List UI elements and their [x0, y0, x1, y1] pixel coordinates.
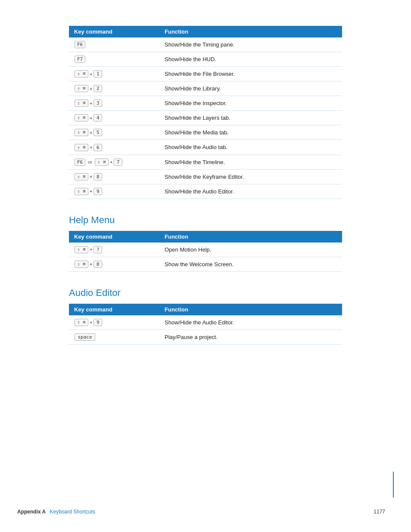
table-row: ⇧ ⌘ + 8 Show/Hide the Keyframe Editor. — [69, 169, 342, 184]
key-command-cell: ⇧ ⌘ + 0 — [69, 257, 159, 271]
function-cell: Show/Hide the Timing pane. — [159, 37, 342, 52]
function-cell: Show/Hide the Audio Editor. — [159, 315, 342, 330]
table-row: ⇧ ⌘ + 5 Show/Hide the Media tab. — [69, 125, 342, 140]
function-cell: Show/Hide the Audio Editor. — [159, 184, 342, 199]
plus-sign: + — [90, 189, 92, 194]
function-cell: Play/Pause a project. — [159, 330, 342, 344]
key-command-cell: ⇧ ⌘ + 3 — [69, 96, 159, 111]
function-cell: Show/Hide the Media tab. — [159, 125, 342, 140]
key-badge: F6 — [75, 159, 85, 166]
page-content: Key command Function F6 Show/Hide the Ti… — [0, 0, 411, 383]
function-cell: Open Motion Help. — [159, 243, 342, 257]
key-badge: ? — [93, 246, 102, 253]
key-badge: ⇧ ⌘ — [75, 85, 88, 92]
key-combo: ⇧ ⌘ + 4 — [74, 114, 103, 121]
key-combo: ⇧ ⌘ + 6 — [74, 144, 103, 151]
key-command-cell: ⇧ ⌘ + ? — [69, 243, 159, 257]
key-command-cell: F7 — [69, 52, 159, 67]
window-menu-table: Key command Function F6 Show/Hide the Ti… — [69, 26, 342, 199]
key-command-cell: ⇧ ⌘ + 2 — [69, 81, 159, 96]
footer-rule — [393, 472, 394, 498]
col-header-key: Key command — [69, 304, 159, 315]
key-badge: ⇧ ⌘ — [75, 246, 88, 253]
table-row: ⇧ ⌘ + 1 Show/Hide the File Browser. — [69, 67, 342, 81]
plus-sign: + — [90, 115, 92, 121]
plus-sign: + — [90, 72, 92, 77]
or-text: or — [88, 159, 92, 165]
footer-left: Appendix A Keyboard Shortcuts — [17, 509, 95, 515]
key-command-cell: F6 — [69, 37, 159, 52]
key-command-cell: ⇧ ⌘ + 8 — [69, 169, 159, 184]
key-badge: 1 — [93, 70, 102, 78]
function-cell: Show the Welcome Screen. — [159, 257, 342, 271]
key-badge: 3 — [93, 100, 102, 107]
table-row: ⇧ ⌘ + 6 Show/Hide the Audio tab. — [69, 140, 342, 155]
key-combo: ⇧ ⌘ + 2 — [74, 85, 103, 92]
col-header-function: Function — [159, 231, 342, 243]
table-row: ⇧ ⌘ + 3 Show/Hide the Inspector. — [69, 96, 342, 111]
appendix-link: Keyboard Shortcuts — [50, 509, 95, 515]
page-number: 1177 — [374, 509, 394, 515]
key-combo: ⇧ ⌘ + 8 — [74, 173, 103, 180]
key-combo: ⇧ ⌘ + 1 — [74, 70, 103, 78]
plus-sign: + — [90, 247, 92, 252]
function-cell: Show/Hide the Timeline. — [159, 155, 342, 169]
plus-sign: + — [90, 174, 92, 179]
key-badge: 6 — [93, 144, 102, 151]
plus-sign: + — [90, 320, 92, 325]
col-header-key: Key command — [69, 231, 159, 243]
table-row: F6 Show/Hide the Timing pane. — [69, 37, 342, 52]
key-badge: 4 — [93, 114, 102, 121]
key-combo: ⇧ ⌘ + 3 — [74, 100, 103, 107]
key-badge: 8 — [93, 173, 102, 180]
appendix-label: Appendix A — [17, 509, 46, 515]
key-badge: ⇧ ⌘ — [95, 159, 109, 166]
key-combo: F6 — [74, 41, 86, 48]
key-command-cell: ⇧ ⌘ + 4 — [69, 111, 159, 125]
function-cell: Show/Hide the Inspector. — [159, 96, 342, 111]
plus-sign: + — [90, 145, 92, 150]
key-badge: ⇧ ⌘ — [75, 129, 88, 136]
function-cell: Show/Hide the Library. — [159, 81, 342, 96]
function-cell: Show/Hide the File Browser. — [159, 67, 342, 81]
table-row: ⇧ ⌘ + 9 Show/Hide the Audio Editor. — [69, 315, 342, 330]
key-badge: F6 — [75, 41, 85, 48]
key-badge: 2 — [93, 85, 102, 92]
key-command-cell: ⇧ ⌘ + 9 — [69, 315, 159, 330]
plus-sign: + — [90, 86, 92, 91]
key-badge: ⇧ ⌘ — [75, 173, 88, 180]
key-combo: ⇧ ⌘ + 0 — [74, 261, 103, 268]
key-combo: ⇧ ⌘ + ? — [74, 246, 103, 253]
table-row: ⇧ ⌘ + 9 Show/Hide the Audio Editor. — [69, 184, 342, 199]
key-command-cell: ⇧ ⌘ + 1 — [69, 67, 159, 81]
key-command-cell: ⇧ ⌘ + 5 — [69, 125, 159, 140]
key-badge: ⇧ ⌘ — [75, 144, 88, 151]
key-badge: ⇧ ⌘ — [75, 100, 88, 107]
plus-sign: + — [90, 130, 92, 135]
table-row: ⇧ ⌘ + ? Open Motion Help. — [69, 243, 342, 257]
key-badge: F7 — [75, 56, 85, 63]
plus-sign: + — [90, 261, 92, 267]
audio-editor-table: Key command Function ⇧ ⌘ + 9 Show/Hide t… — [69, 304, 342, 345]
key-badge: space — [75, 333, 95, 341]
key-badge: ⇧ ⌘ — [75, 114, 88, 121]
key-badge: 9 — [93, 319, 102, 326]
table-row: ⇧ ⌘ + 4 Show/Hide the Layers tab. — [69, 111, 342, 125]
col-header-function: Function — [159, 304, 342, 315]
key-combo: ⇧ ⌘ + 9 — [74, 319, 103, 326]
key-combo: F7 — [74, 56, 86, 63]
col-header-function: Function — [159, 26, 342, 37]
help-menu-title: Help Menu — [69, 215, 342, 226]
key-command-cell: space — [69, 330, 159, 344]
key-badge: ⇧ ⌘ — [75, 70, 88, 78]
key-badge: ⇧ ⌘ — [75, 188, 88, 195]
key-combo: space — [74, 333, 96, 341]
plus-sign: + — [90, 101, 92, 106]
key-command-cell: F6 or ⇧ ⌘ + 7 — [69, 155, 159, 169]
function-cell: Show/Hide the Layers tab. — [159, 111, 342, 125]
key-badge: 0 — [93, 261, 102, 268]
key-badge: ⇧ ⌘ — [75, 319, 88, 326]
key-combo: ⇧ ⌘ + 9 — [74, 188, 103, 195]
key-badge: 7 — [114, 159, 122, 166]
key-combo: F6 or ⇧ ⌘ + 7 — [74, 159, 123, 166]
